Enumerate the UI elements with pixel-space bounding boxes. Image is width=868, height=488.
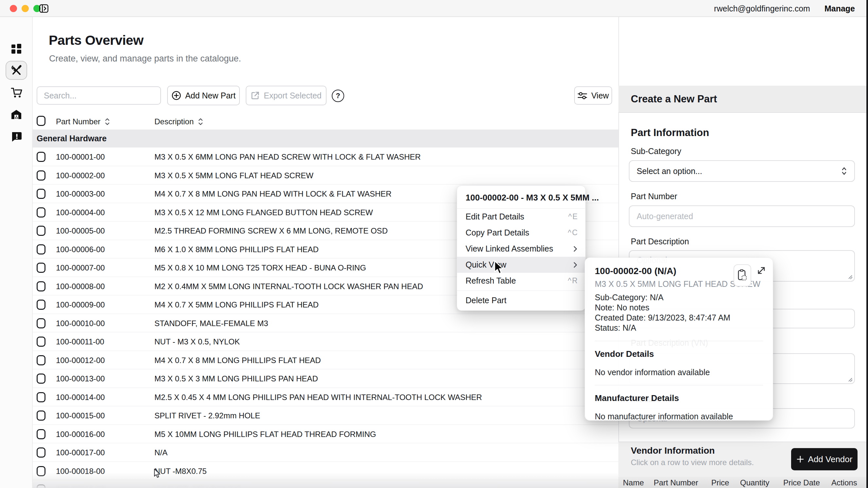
table-row[interactable]: 100-00013-00 M3 X 0.5 X 3 MM LONG PHILLI… <box>33 369 618 388</box>
context-menu-item[interactable]: Delete Part <box>457 292 585 308</box>
table-row[interactable]: 100-00011-00 NUT - M3 X 0.5, NYLOK <box>33 332 618 351</box>
context-menu-item[interactable]: Quick View <box>457 257 585 273</box>
add-new-part-button[interactable]: Add New Part <box>167 86 240 105</box>
row-part-number: 100-00008-00 <box>56 282 105 291</box>
app-sidebar <box>0 17 33 488</box>
vendor-column-header[interactable]: Name <box>623 478 644 487</box>
row-checkbox[interactable] <box>37 189 45 199</box>
vendor-column-header[interactable]: Quantity <box>740 478 769 487</box>
row-part-number: 100-00002-00 <box>56 171 105 180</box>
row-checkbox[interactable] <box>37 226 45 236</box>
row-description: M5 X 0.8 X 10 MM LONG T25 TORX HEAD - BU… <box>154 263 366 272</box>
row-checkbox[interactable] <box>37 373 45 384</box>
row-checkbox[interactable] <box>37 244 45 255</box>
table-row[interactable]: 100-00001-00 M3 X 0.5 X 6MM LONG PAN HEA… <box>33 148 618 166</box>
dashboard-icon[interactable] <box>11 43 22 54</box>
account-email[interactable]: rwelch@goldfingerinc.com <box>714 4 810 13</box>
add-vendor-button[interactable]: Add Vendor <box>791 448 858 470</box>
vendor-column-header[interactable]: Part Number <box>654 478 698 487</box>
vendor-information-subtitle: Click on a row to view more details. <box>631 458 754 467</box>
manufacturer-details-text: No manufacturer information available <box>595 412 763 421</box>
quick-view-popup: 100-00002-00 (N/A) M3 X 0.5 X 5MM LONG F… <box>585 257 773 421</box>
menu-item-label: Copy Part Details <box>466 228 529 237</box>
row-description: M3 X 0.5 X 3 MM LONG PHILLIPS PAN HEAD <box>154 374 318 383</box>
menu-item-shortcut: ^R <box>568 276 578 285</box>
row-part-number: 100-00013-00 <box>56 374 105 383</box>
table-row[interactable]: 100-00012-00 M4 X 0.7 X 8 MM LONG PHILLI… <box>33 351 618 369</box>
sort-icon[interactable] <box>197 118 204 126</box>
row-description: STANDOFF, MALE-FEMALE M3 <box>154 319 268 328</box>
vendor-column-header[interactable]: Actions <box>831 478 857 487</box>
row-description: M3 X 0.5 X 6MM LONG PAN HEAD SCREW WITH … <box>154 153 421 162</box>
row-part-number: 100-00005-00 <box>56 226 105 235</box>
sort-icon[interactable] <box>104 118 110 126</box>
column-header-part-number[interactable]: Part Number <box>56 117 110 126</box>
sub-category-select[interactable]: Select an option... <box>629 160 855 182</box>
quick-view-field: Sub-Category: N/A <box>595 292 763 302</box>
quick-view-fields: Sub-Category: N/ANote: No notesCreated D… <box>595 292 763 333</box>
resize-handle-icon[interactable] <box>847 376 853 383</box>
warehouse-icon[interactable] <box>11 109 22 120</box>
row-description: M2.5 THREAD FORMING SCREW X 6 MM LONG, R… <box>154 226 388 235</box>
sidebar-item-parts-active[interactable] <box>6 61 27 80</box>
vendor-column-header[interactable]: Price <box>711 478 729 487</box>
context-menu-item[interactable]: Edit Part Details ^E <box>457 209 585 225</box>
table-row[interactable]: 100-00015-00 SPLIT RIVET - 2.92mm HOLE <box>33 406 618 425</box>
row-checkbox[interactable] <box>37 207 45 218</box>
search-input[interactable] <box>37 86 161 105</box>
row-checkbox[interactable] <box>37 318 45 328</box>
row-checkbox[interactable] <box>37 170 45 181</box>
context-menu-item[interactable]: Copy Part Details ^C <box>457 225 585 241</box>
titlebar: rwelch@goldfingerinc.com Manage <box>0 0 868 17</box>
row-description: M4 X 0.7 X 5MM LONG PHILLIPS FLAT HEAD <box>154 300 319 310</box>
vendor-column-header[interactable]: Price Date <box>783 478 820 487</box>
table-row[interactable]: 100-00002-00 M3 X 0.5 X 5MM LONG FLAT HE… <box>33 166 618 185</box>
row-part-number: 100-00004-00 <box>56 208 105 217</box>
close-window-button[interactable] <box>10 5 17 12</box>
row-part-number: 100-00001-00 <box>56 153 105 162</box>
filter-sliders-icon <box>578 91 587 100</box>
view-options-button[interactable]: View <box>574 86 612 105</box>
resize-handle-icon[interactable] <box>847 273 853 280</box>
table-row[interactable]: 100-00014-00 M2.5 X 0.45 X 4 MM LONG PHI… <box>33 388 618 406</box>
group-header-row[interactable]: General Hardware <box>33 130 618 148</box>
context-menu-header: 100-00002-00 - M3 X 0.5 X 5MM ... <box>457 186 585 209</box>
manage-link[interactable]: Manage <box>825 4 855 13</box>
table-row[interactable]: 100-00017-00 N/A <box>33 443 618 462</box>
expand-icon[interactable] <box>756 265 767 276</box>
row-checkbox[interactable] <box>37 300 45 310</box>
row-description: N/A <box>154 448 167 457</box>
clipboard-icon <box>738 269 747 282</box>
context-menu-item[interactable]: View Linked Assemblies <box>457 241 585 257</box>
row-checkbox[interactable] <box>37 448 45 458</box>
row-checkbox[interactable] <box>37 429 45 439</box>
page-title: Parts Overview <box>49 33 143 48</box>
select-all-checkbox[interactable] <box>37 116 45 126</box>
column-header-description[interactable]: Description <box>154 117 204 126</box>
row-part-number: 100-00010-00 <box>56 319 105 328</box>
table-row[interactable]: 100-00010-00 STANDOFF, MALE-FEMALE M3 <box>33 314 618 333</box>
part-number-input[interactable] <box>629 205 855 227</box>
table-row[interactable]: 100-00016-00 M5 X 10MM LONG PHILLIPS FLA… <box>33 425 618 444</box>
row-checkbox[interactable] <box>37 263 45 273</box>
minimize-window-button[interactable] <box>22 5 29 12</box>
row-part-number: 100-00007-00 <box>56 263 105 272</box>
row-checkbox[interactable] <box>37 281 45 291</box>
help-icon[interactable]: ? <box>332 90 344 102</box>
context-menu-item[interactable]: Refresh Table ^R <box>457 273 585 289</box>
feedback-icon[interactable] <box>11 131 22 142</box>
cart-icon[interactable] <box>11 87 22 98</box>
sub-category-label: Sub-Category <box>631 147 681 156</box>
export-selected-button[interactable]: Export Selected <box>246 86 327 105</box>
row-checkbox[interactable] <box>37 336 45 347</box>
row-description: M2 X 0.4MM X 5MM LONG INTERNAL-TOOTH LOC… <box>154 282 423 291</box>
row-checkbox[interactable] <box>37 392 45 402</box>
row-checkbox[interactable] <box>37 411 45 421</box>
row-checkbox[interactable] <box>37 152 45 162</box>
sidebar-toggle-icon[interactable] <box>39 4 49 13</box>
row-checkbox[interactable] <box>37 355 45 365</box>
row-description: NUT - M3 X 0.5, NYLOK <box>154 337 240 346</box>
copy-to-clipboard-button[interactable] <box>734 264 751 287</box>
context-menu: 100-00002-00 - M3 X 0.5 X 5MM ... Edit P… <box>457 186 586 311</box>
menu-divider <box>457 290 585 291</box>
